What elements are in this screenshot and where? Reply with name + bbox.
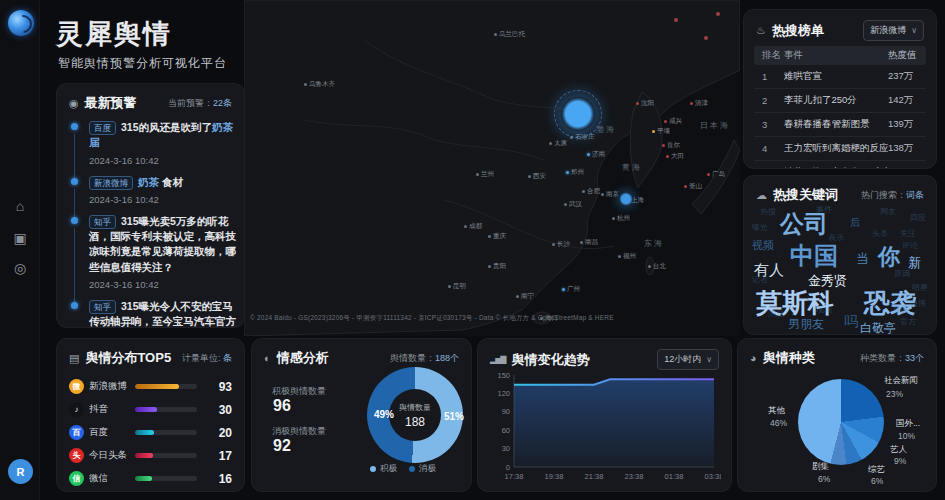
cloud-word[interactable]: 头条 <box>872 230 888 238</box>
trend-range-dropdown[interactable]: 12小时内∨ <box>657 349 719 370</box>
svg-text:0: 0 <box>506 463 510 472</box>
warning-time: 2024-3-16 10:42 <box>89 194 236 205</box>
cloud-word[interactable]: 表示 <box>828 234 844 242</box>
platform-bar-fill <box>135 384 179 389</box>
warning-item[interactable]: 知乎315曝光卖5万多的听花酒，国际专利未被认定，高科技凉味剂竟是常见薄荷提取物… <box>71 214 236 290</box>
cloud-word[interactable]: 曝光 <box>752 224 768 232</box>
map-city: 郑州 <box>566 168 584 177</box>
cloud-word[interactable]: 男朋友 <box>788 318 824 330</box>
cloud-word[interactable]: 中国 <box>790 244 838 268</box>
user-avatar[interactable]: R <box>8 459 33 484</box>
legend-item[interactable]: 积极 <box>370 463 397 475</box>
cloud-word[interactable]: 吗 <box>844 314 858 328</box>
city-name: 南京 <box>606 190 619 199</box>
city-dot <box>304 83 307 86</box>
china-map[interactable]: 渤海黄海东海日本海 沈阳清津咸兴平壤首尔大田釜山广岛石家庄太原济南郑州西安合肥南… <box>244 0 740 336</box>
cloud-word[interactable]: 当 <box>856 252 869 265</box>
hot-event: 春耕春播春管新图景 <box>784 118 888 131</box>
warning-item[interactable]: 百度315的风还是吹到了奶茶届2024-3-16 10:42 <box>71 120 236 166</box>
hot-search-panel: ♨ 热搜榜单 新浪微博∨ 排名事件热度值1难哄官宣237万2李菲儿扣了250分1… <box>744 10 936 168</box>
trend-line-chart[interactable]: 030609012015017:3819:3821:3823:3801:3803… <box>488 369 721 491</box>
hot-search-row[interactable]: 涉黄AI换脸案有人PS暗恋女生 <box>754 161 926 168</box>
city-dot <box>662 144 665 147</box>
warning-text: 315的风还是吹到了 <box>121 121 212 133</box>
hot-search-row[interactable]: 2李菲儿扣了250分142万 <box>754 89 926 113</box>
cloud-word[interactable]: 你 <box>878 246 900 268</box>
city-dot <box>464 225 467 228</box>
platform-row[interactable]: 微新浪微博93 <box>69 375 232 398</box>
platform-icon: 信 <box>69 471 84 486</box>
platform-row[interactable]: ♪抖音30 <box>69 398 232 421</box>
cloud-icon: ☁ <box>756 189 767 202</box>
page-subtitle: 智能舆情预警分析可视化平台 <box>58 55 227 72</box>
warning-item[interactable]: 知乎315曝光令人不安的宝马传动轴异响，至今宝马汽车官方未正面回复车主，如何看待… <box>71 299 236 327</box>
city-dot <box>516 295 519 298</box>
map-city: 福州 <box>618 252 636 261</box>
city-dot <box>664 120 667 123</box>
cloud-word[interactable]: 金秀贤 <box>808 274 847 287</box>
cloud-word[interactable]: 评论 <box>902 242 918 250</box>
cloud-word[interactable]: 热搜 <box>760 208 776 216</box>
platform-row[interactable]: 信微信16 <box>69 467 232 490</box>
cloud-word[interactable]: 直播 <box>892 306 908 314</box>
city-name: 南昌 <box>585 238 598 247</box>
platform-label: 今日头条 <box>89 449 135 462</box>
legend-item[interactable]: 消极 <box>409 463 436 475</box>
category-label: 综艺 <box>868 464 885 476</box>
warnings-title: 最新预警 <box>85 94 137 112</box>
briefcase-icon[interactable]: ▣ <box>0 230 40 246</box>
hot-search-row[interactable]: 1难哄官宣237万 <box>754 65 926 89</box>
warning-item[interactable]: 新浪微博奶茶 食材2024-3-16 10:42 <box>71 175 236 205</box>
trend-svg: 030609012015017:3819:3821:3823:3801:3803… <box>488 369 721 487</box>
hot-search-row[interactable]: 4王力宏听到离婚梗的反应138万 <box>754 137 926 161</box>
warning-text: 食材 <box>159 176 183 188</box>
cloud-word[interactable]: 公司 <box>780 212 828 236</box>
warning-title: 新浪微博奶茶 食材 <box>89 175 236 190</box>
hot-heat: 237万 <box>888 70 926 83</box>
city-name: 广州 <box>567 285 580 294</box>
category-pct: 23% <box>886 389 903 399</box>
platform-row[interactable]: 百百度20 <box>69 421 232 444</box>
home-icon[interactable]: ⌂ <box>0 198 40 214</box>
cloud-word[interactable]: 记者 <box>752 276 768 284</box>
city-dot <box>587 153 590 156</box>
cloud-word[interactable]: 白敬亭 <box>860 322 896 334</box>
categories-pie-chart[interactable] <box>798 379 884 465</box>
cloud-word[interactable]: 回应 <box>910 214 926 222</box>
compass-icon[interactable]: ◎ <box>0 260 40 276</box>
cloud-word[interactable]: 恐袭 <box>864 290 916 316</box>
map-hotspot-glow <box>561 97 595 131</box>
city-dot <box>564 203 567 206</box>
cloud-word[interactable]: 视频 <box>752 240 774 251</box>
cloud-word[interactable]: 现场 <box>816 306 832 314</box>
cloud-word[interactable]: 网友 <box>880 208 896 216</box>
hot-source-dropdown[interactable]: 新浪微博∨ <box>863 20 924 41</box>
cloud-word[interactable]: 关注 <box>900 230 916 238</box>
hot-search-row[interactable]: 3春耕春播春管新图景139万 <box>754 113 926 137</box>
hot-rank: 4 <box>754 143 784 154</box>
platform-bar-track <box>135 476 197 481</box>
map-city: 首尔 <box>662 141 680 150</box>
cloud-word[interactable]: 后 <box>850 218 860 228</box>
sentiment-panel: ◐ 情感分析 舆情数量：188个 积极舆情数量 96 消极舆情数量 92 舆情数… <box>252 339 471 491</box>
category-label: 社会新闻 <box>884 375 918 387</box>
word-cloud[interactable]: 公司后中国当你新视频有人金秀贤莫斯科恐袭吗男朋友白敬亭热搜事件网友回应曝光关注评… <box>752 206 928 328</box>
cloud-word[interactable]: 消息 <box>768 310 784 318</box>
city-dot <box>549 142 552 145</box>
bar-chart-icon: ▂▅▇ <box>490 355 505 364</box>
platform-value: 17 <box>219 449 232 463</box>
cloud-word[interactable]: 官方 <box>900 318 916 326</box>
hot-header-cell: 排名 <box>754 49 784 62</box>
category-pct: 6% <box>871 476 883 486</box>
cloud-word[interactable]: 明星 <box>912 284 928 292</box>
cloud-word[interactable]: 微博 <box>910 300 926 308</box>
cloud-word[interactable]: 新 <box>908 256 921 269</box>
platform-bar-fill <box>135 476 152 481</box>
platform-bar-track <box>135 453 197 458</box>
cloud-word[interactable]: 事件 <box>816 206 832 214</box>
platform-icon: 微 <box>69 379 84 394</box>
map-city: 太原 <box>549 139 567 148</box>
platform-row[interactable]: 头今日头条17 <box>69 444 232 467</box>
cloud-word[interactable]: 原因 <box>894 270 910 278</box>
category-pct: 6% <box>818 474 830 484</box>
